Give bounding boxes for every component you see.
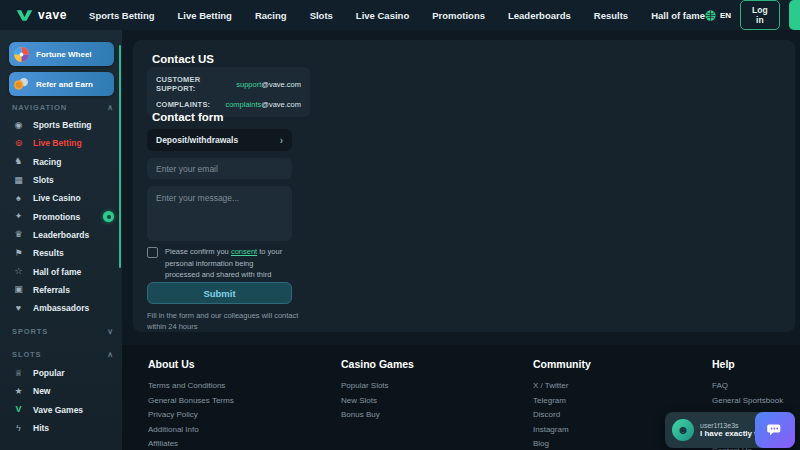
footer-link-faq[interactable]: FAQ bbox=[712, 381, 783, 390]
footer-link-terms-and-conditions[interactable]: Terms and Conditions bbox=[148, 381, 234, 390]
sidebar-scrollbar[interactable] bbox=[119, 45, 121, 268]
nav-leaderboards[interactable]: Leaderboards bbox=[508, 10, 571, 21]
sidebar-item-slots[interactable]: ▦ Slots bbox=[0, 171, 122, 189]
horse-icon: ♞ bbox=[13, 157, 24, 166]
sidebar-item-label: Referrals bbox=[33, 285, 70, 295]
footer-link-privacy-policy[interactable]: Privacy Policy bbox=[148, 410, 234, 419]
sidebar-item-label: Racing bbox=[33, 157, 61, 167]
sidebar-item-hall-of-fame[interactable]: ☆ Hall of fame bbox=[0, 262, 122, 280]
sidebar-item-label: Popular bbox=[33, 368, 65, 378]
footer-link-telegram[interactable]: Telegram bbox=[533, 396, 591, 405]
nav-live-betting[interactable]: Live Betting bbox=[178, 10, 232, 21]
sidebar-item-live-casino[interactable]: ♠ Live Casino bbox=[0, 189, 122, 207]
footer-link-blog[interactable]: Blog bbox=[533, 439, 591, 448]
coins-icon bbox=[13, 77, 30, 91]
sidebar-item-label: Promotions bbox=[33, 212, 80, 222]
top-navbar: vave Sports Betting Live Betting Racing … bbox=[0, 0, 800, 30]
sidebar-item-label: Vave Games bbox=[33, 405, 83, 415]
footer-column-title: Help bbox=[712, 358, 783, 370]
footer-link-bonus-buy[interactable]: Bonus Buy bbox=[341, 410, 414, 419]
navigation-section-header[interactable]: NAVIGATION ∧ bbox=[12, 103, 114, 112]
sidebar-item-live-betting[interactable]: ⊚ Live Betting bbox=[0, 134, 122, 152]
nav-promotions[interactable]: Promotions bbox=[432, 10, 485, 21]
vave-v-icon: V bbox=[13, 405, 24, 414]
chat-message-preview: I have exactly the sam... bbox=[700, 429, 755, 438]
nav-sports-betting[interactable]: Sports Betting bbox=[89, 10, 154, 21]
sidebar-item-popular[interactable]: ♕ Popular bbox=[0, 364, 122, 382]
consent-link[interactable]: consent bbox=[231, 247, 257, 256]
vave-logo-icon bbox=[16, 9, 33, 22]
live-icon: ⊚ bbox=[13, 139, 24, 148]
sidebar-item-label: Hits bbox=[33, 423, 49, 433]
sidebar-item-new[interactable]: ★ New bbox=[0, 382, 122, 400]
handshake-icon: ♥ bbox=[13, 304, 24, 313]
nav-live-casino[interactable]: Live Casino bbox=[356, 10, 409, 21]
chat-widget[interactable]: ☻ user1f13e3s I have exactly the sam... bbox=[665, 412, 795, 448]
message-field[interactable] bbox=[147, 186, 292, 241]
footer-link-x-twitter[interactable]: X / Twitter bbox=[533, 381, 591, 390]
soccer-ball-icon: ◉ bbox=[13, 121, 24, 130]
sidebar-item-label: Live Casino bbox=[33, 193, 81, 203]
sidebar-item-sports-betting[interactable]: ◉ Sports Betting bbox=[0, 116, 122, 134]
sidebar-item-label: Sports Betting bbox=[33, 120, 92, 130]
fortune-wheel-label: Fortune Wheel bbox=[36, 50, 92, 59]
sidebar-item-racing[interactable]: ♞ Racing bbox=[0, 153, 122, 171]
nav-slots[interactable]: Slots bbox=[310, 10, 333, 21]
sidebar-item-leaderboards[interactable]: ♛ Leaderboards bbox=[0, 226, 122, 244]
chevron-up-icon: ∧ bbox=[107, 350, 114, 359]
language-code: EN bbox=[720, 11, 731, 20]
email-field[interactable] bbox=[147, 158, 292, 179]
nav-racing[interactable]: Racing bbox=[255, 10, 287, 21]
open-chat-button[interactable] bbox=[755, 412, 795, 448]
cards-icon: ♠ bbox=[13, 194, 24, 203]
sidebar-item-results[interactable]: ⚑ Results bbox=[0, 244, 122, 262]
consent-text-before: Please confirm you bbox=[165, 247, 231, 256]
customer-support-label: CUSTOMER SUPPORT: bbox=[156, 75, 236, 93]
customer-support-row: CUSTOMER SUPPORT: support@vave.com bbox=[156, 75, 301, 93]
contact-title: Contact US bbox=[152, 53, 214, 65]
consent-checkbox[interactable] bbox=[147, 247, 158, 258]
submit-button[interactable]: Submit bbox=[147, 282, 292, 304]
refer-and-earn-button[interactable]: Refer and Earn bbox=[9, 72, 114, 96]
support-email-user: support bbox=[236, 80, 261, 89]
footer-link-general-bonuses-terms[interactable]: General Bonuses Terms bbox=[148, 396, 234, 405]
footer-link-affiliates[interactable]: Affiliates bbox=[148, 439, 234, 448]
topic-dropdown[interactable]: Deposit/withdrawals › bbox=[147, 129, 292, 151]
fortune-wheel-button[interactable]: Fortune Wheel bbox=[9, 42, 114, 66]
star-icon: ★ bbox=[13, 387, 24, 396]
sidebar-item-label: Results bbox=[33, 248, 64, 258]
complaints-row: COMPLAINTS: complaints@vave.com bbox=[156, 100, 301, 109]
signup-button[interactable]: Sign up bbox=[789, 0, 800, 30]
navigation-header-label: NAVIGATION bbox=[12, 103, 67, 112]
footer-link-new-slots[interactable]: New Slots bbox=[341, 396, 414, 405]
sidebar-item-hits[interactable]: ϟ Hits bbox=[0, 419, 122, 437]
sidebar-item-vave-games[interactable]: V Vave Games bbox=[0, 401, 122, 419]
nav-results[interactable]: Results bbox=[594, 10, 628, 21]
sidebar-item-ambassadors[interactable]: ♥ Ambassadors bbox=[0, 299, 122, 317]
language-selector[interactable]: EN bbox=[705, 10, 731, 21]
footer-link-additional-info[interactable]: Additional Info bbox=[148, 425, 234, 434]
chevron-right-icon: › bbox=[280, 135, 283, 146]
sidebar-item-label: Live Betting bbox=[33, 138, 82, 148]
complaints-email-link[interactable]: complaints@vave.com bbox=[225, 100, 301, 109]
slots-section-header[interactable]: SLOTS ∧ bbox=[12, 350, 114, 359]
sports-header-label: SPORTS bbox=[12, 327, 48, 336]
footer-link-instagram[interactable]: Instagram bbox=[533, 425, 591, 434]
slot-machine-icon: ▦ bbox=[13, 176, 24, 185]
login-button[interactable]: Log in bbox=[740, 0, 780, 30]
support-email-link[interactable]: support@vave.com bbox=[236, 80, 301, 89]
footer-link-popular-slots[interactable]: Popular Slots bbox=[341, 381, 414, 390]
sports-section-header[interactable]: SPORTS ∨ bbox=[12, 327, 114, 336]
vave-logo[interactable]: vave bbox=[16, 8, 67, 22]
nav-hall-of-fame[interactable]: Hall of fame bbox=[651, 10, 705, 21]
sidebar-item-promotions[interactable]: ✦ Promotions bbox=[0, 207, 122, 225]
crown-icon: ♕ bbox=[13, 369, 24, 378]
footer-column-title: Community bbox=[533, 358, 591, 370]
footer-link-discord[interactable]: Discord bbox=[533, 410, 591, 419]
flag-icon: ⚑ bbox=[13, 249, 24, 258]
footer-column-community: Community X / Twitter Telegram Discord I… bbox=[533, 358, 591, 450]
topic-dropdown-value: Deposit/withdrawals bbox=[156, 135, 238, 145]
sidebar-item-referrals[interactable]: ▣ Referrals bbox=[0, 281, 122, 299]
footer-link-general-sportsbook[interactable]: General Sportsbook bbox=[712, 396, 783, 405]
complaints-label: COMPLAINTS: bbox=[156, 100, 210, 109]
